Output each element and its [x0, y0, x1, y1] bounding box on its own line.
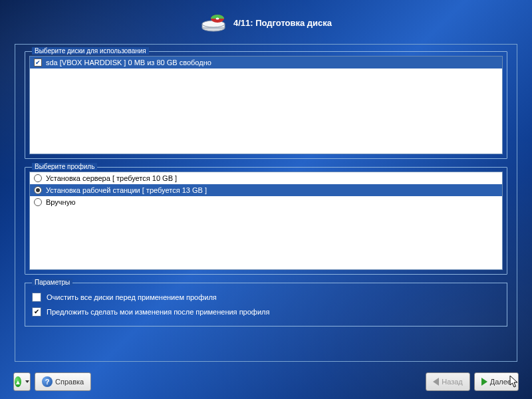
disks-legend: Выберите диски для использования: [32, 47, 149, 55]
arrow-right-icon: [481, 378, 487, 386]
chevron-down-icon: [25, 380, 29, 383]
up-arrow-icon: ▲: [15, 376, 21, 387]
help-button[interactable]: ? Справка: [35, 372, 91, 391]
back-label: Назад: [442, 378, 463, 386]
profile-label: Установка рабочей станции [ требуется 13…: [46, 186, 207, 194]
profile-row-manual[interactable]: Вручную: [30, 196, 502, 208]
review-checkbox[interactable]: [32, 307, 41, 317]
profile-radio[interactable]: [34, 174, 42, 182]
params-legend: Параметры: [32, 279, 72, 286]
param-row-wipe[interactable]: Очистить все диски перед применением про…: [31, 290, 501, 305]
menu-button[interactable]: ▲: [13, 372, 31, 391]
back-button[interactable]: Назад: [426, 372, 470, 391]
profile-row-server[interactable]: Установка сервера [ требуется 10 GB ]: [30, 172, 502, 184]
next-button[interactable]: Далее: [474, 372, 519, 391]
disk-icon: [200, 13, 227, 32]
profile-row-workstation[interactable]: Установка рабочей станции [ требуется 13…: [30, 184, 502, 196]
profile-listbox[interactable]: Установка сервера [ требуется 10 GB ] Ус…: [29, 172, 503, 270]
svg-point-4: [215, 18, 219, 20]
profile-fieldset: Выберите профиль Установка сервера [ тре…: [25, 167, 507, 275]
disks-listbox[interactable]: sda [VBOX HARDDISK ] 0 MB из 80 GB свобо…: [29, 56, 503, 154]
params-fieldset: Параметры Очистить все диски перед приме…: [25, 283, 507, 327]
next-label: Далее: [490, 378, 511, 386]
disk-row[interactable]: sda [VBOX HARDDISK ] 0 MB из 80 GB свобо…: [30, 57, 502, 68]
profile-label: Вручную: [46, 198, 75, 206]
disk-checkbox[interactable]: [34, 59, 42, 66]
disks-fieldset: Выберите диски для использования sda [VB…: [25, 51, 507, 159]
wipe-checkbox[interactable]: [32, 293, 41, 302]
wizard-header: 4/11: Подготовка диска: [0, 0, 532, 43]
profile-radio[interactable]: [34, 198, 42, 206]
profile-radio[interactable]: [34, 186, 42, 194]
disk-label: sda [VBOX HARDDISK ] 0 MB из 80 GB свобо…: [46, 59, 211, 66]
param-label: Предложить сделать мои изменения после п…: [47, 308, 269, 316]
help-icon: ?: [42, 376, 53, 387]
main-panel: Выберите диски для использования sda [VB…: [15, 44, 517, 362]
param-label: Очистить все диски перед применением про…: [47, 293, 217, 301]
page-title: 4/11: Подготовка диска: [233, 18, 332, 28]
footer-bar: ▲ ? Справка Назад Далее: [13, 372, 519, 391]
arrow-left-icon: [433, 378, 439, 386]
profile-label: Установка сервера [ требуется 10 GB ]: [46, 174, 177, 182]
help-label: Справка: [55, 378, 84, 386]
profile-legend: Выберите профиль: [32, 163, 97, 170]
param-row-review[interactable]: Предложить сделать мои изменения после п…: [31, 305, 501, 319]
